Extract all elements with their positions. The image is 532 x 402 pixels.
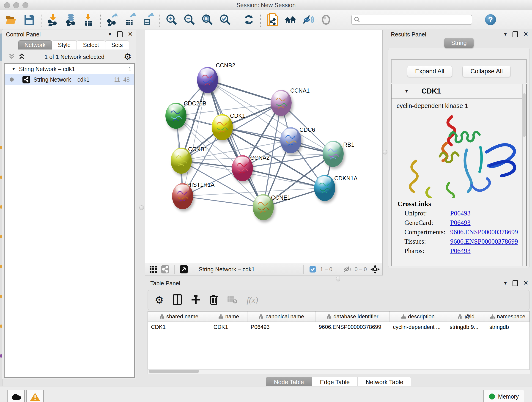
tab-select[interactable]: Select (77, 40, 105, 50)
results-panel-menu-icon[interactable]: ▼ (503, 32, 508, 37)
expand-all-button[interactable]: Expand All (407, 66, 452, 77)
table-panel-close-icon[interactable]: ✕ (523, 280, 528, 286)
cell-canonical-name[interactable]: P06493 (247, 324, 316, 330)
zoom-out-icon[interactable] (184, 14, 196, 26)
tab-style[interactable]: Style (52, 40, 77, 50)
memory-button[interactable]: Memory (483, 390, 524, 402)
node-CCNA2[interactable] (232, 155, 253, 181)
compartments-link[interactable]: 9606.ENSP00000378699 (450, 228, 518, 236)
tab-sets[interactable]: Sets (105, 40, 129, 50)
cell-shared-name[interactable]: CDK1 (148, 324, 210, 330)
results-scrollbar[interactable] (522, 84, 526, 266)
table-settings-gear-icon[interactable]: ⚙ (155, 295, 164, 305)
control-panel-title: Control Panel (6, 31, 41, 38)
node-CDC25B[interactable] (165, 103, 186, 129)
column-header-canonical-name[interactable]: canonical name (247, 312, 316, 322)
export-table-icon[interactable] (124, 14, 136, 26)
gene-expander-icon[interactable]: ▼ (404, 89, 409, 94)
expand-all-networks-icon[interactable] (18, 53, 25, 61)
export-image-icon[interactable] (142, 14, 154, 26)
column-header-database-identifier[interactable]: database identifier (316, 312, 389, 322)
show-columns-icon[interactable] (173, 294, 182, 306)
export-network-icon[interactable] (106, 14, 118, 26)
pharos-link[interactable]: P06493 (450, 247, 471, 255)
node-CDC6[interactable] (280, 127, 301, 153)
network-collection-row[interactable]: ▼ String Network – cdk1 1 (5, 64, 134, 74)
crosslinks-section: CrossLinks Uniprot:P06493 GeneCard:P0649… (392, 200, 522, 255)
collapse-all-button[interactable]: Collapse All (462, 66, 511, 77)
tab-string[interactable]: String (444, 38, 474, 48)
expand-collapse-box: Expand All Collapse All (391, 59, 527, 83)
control-panel-menu-icon[interactable]: ▼ (108, 32, 112, 37)
results-panel-close-icon[interactable]: ✕ (523, 31, 528, 37)
cell-description[interactable]: cyclin-dependent ... (390, 324, 447, 330)
function-builder-icon[interactable]: f(x) (247, 295, 258, 305)
cell-name[interactable]: CDK1 (210, 324, 247, 330)
collection-expander-icon[interactable]: ▼ (12, 66, 16, 71)
right-splitter-handle[interactable] (383, 150, 387, 154)
cell-namespace[interactable]: stringdb (486, 324, 530, 330)
string-home-icon[interactable] (284, 14, 296, 26)
tab-network[interactable]: Network (18, 40, 52, 50)
column-header--id[interactable]: @id (446, 312, 486, 322)
table-panel-menu-icon[interactable]: ▼ (503, 281, 508, 286)
import-table-icon[interactable] (83, 14, 95, 26)
show-graphics-details-icon[interactable] (320, 14, 332, 26)
table-panel-float-icon[interactable] (513, 280, 518, 286)
column-header-namespace[interactable]: namespace (486, 312, 530, 322)
cell-database-identifier[interactable]: 9606.ENSP00000378699 (316, 324, 389, 330)
control-panel-float-icon[interactable] (117, 32, 123, 37)
left-splitter-handle[interactable] (139, 205, 144, 210)
node-CCNE1[interactable] (253, 194, 274, 220)
search-input[interactable] (351, 15, 472, 25)
cell--id[interactable]: stringdb:9... (447, 324, 486, 330)
help-button[interactable]: ? (485, 14, 496, 25)
grid-view-icon[interactable] (149, 265, 158, 274)
results-panel-float-icon[interactable] (513, 32, 518, 37)
node-CDKN1A[interactable] (314, 175, 335, 201)
network-row[interactable]: String Network – cdk1 11 48 (5, 74, 134, 85)
node-label-CCNA2: CCNA2 (250, 154, 270, 161)
column-header-description[interactable]: description (390, 312, 447, 322)
crosslink-label: Pharos: (404, 247, 450, 255)
cloud-status-button[interactable] (7, 390, 25, 402)
open-session-icon[interactable] (6, 14, 17, 26)
node-RB1[interactable] (323, 141, 344, 167)
node-CCNA1[interactable] (271, 90, 292, 116)
import-network-icon[interactable] (47, 14, 59, 26)
column-header-name[interactable]: name (210, 312, 248, 322)
network-canvas[interactable]: CCNB2 CCNA1 CDC25B CDK1 CDC6 RB1 (145, 30, 383, 264)
selected-checkbox-icon[interactable] (308, 265, 317, 274)
delete-table-icon[interactable] (227, 295, 237, 305)
network-overview-icon[interactable] (161, 265, 170, 274)
open-in-window-icon[interactable] (179, 265, 188, 274)
warning-status-button[interactable] (26, 390, 44, 402)
network-tree: ▼ String Network – cdk1 1 String Network… (4, 63, 135, 378)
network-options-gear-icon[interactable]: ⚙ (124, 52, 132, 61)
table-row[interactable]: CDK1CDK1P064939606.ENSP00000378699cyclin… (148, 322, 530, 332)
hidden-eye-icon[interactable] (343, 265, 352, 274)
network-view-title: String Network – cdk1 (199, 266, 300, 273)
import-network-database-icon[interactable] (65, 14, 77, 26)
zoom-fit-icon[interactable] (201, 14, 213, 26)
share-network-document-icon[interactable] (266, 14, 278, 26)
node-CDK1[interactable] (212, 114, 233, 140)
refresh-view-icon[interactable] (243, 14, 255, 26)
hide-glass-details-icon[interactable] (302, 14, 314, 26)
birdseye-toggle-icon[interactable] (370, 265, 380, 274)
delete-column-icon[interactable] (209, 294, 218, 306)
table-hscrollbar[interactable] (147, 370, 530, 374)
column-type-icon (159, 314, 164, 319)
node-CCNB2[interactable] (197, 67, 218, 93)
add-column-icon[interactable] (191, 294, 200, 306)
save-session-icon[interactable] (23, 14, 35, 26)
zoom-selected-icon[interactable] (219, 14, 231, 26)
node-label-RB1: RB1 (343, 141, 355, 148)
zoom-in-icon[interactable] (166, 14, 177, 26)
genecard-link[interactable]: P06493 (450, 219, 471, 226)
tissues-link[interactable]: 9606.ENSP00000378699 (450, 238, 518, 245)
column-header-shared-name[interactable]: shared name (148, 312, 210, 322)
uniprot-link[interactable]: P06493 (450, 210, 471, 217)
collapse-all-networks-icon[interactable] (8, 53, 15, 61)
control-panel-close-icon[interactable]: ✕ (128, 31, 133, 37)
